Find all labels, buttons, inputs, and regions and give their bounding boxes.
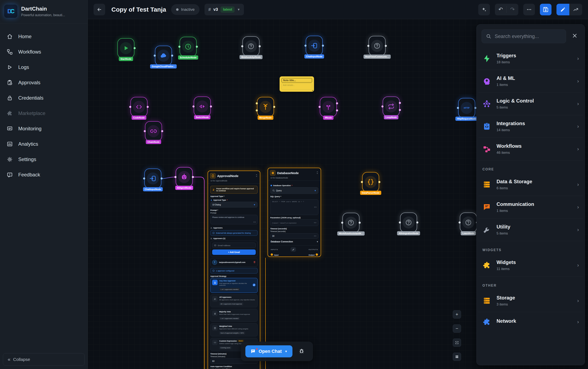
sidebar-item-marketplace[interactable]: Marketplace — [0, 106, 88, 121]
sidebar-item-workflows[interactable]: Workflows — [0, 44, 88, 60]
open-chat-button[interactable]: Open Chat ▼ — [245, 345, 292, 357]
sidebar-item-home[interactable]: Home — [0, 29, 88, 44]
output-handle[interactable] — [316, 253, 318, 256]
code-icon — [135, 103, 143, 111]
add-email-button[interactable]: + Add Email — [212, 249, 256, 255]
category-title: Widgets — [497, 259, 572, 265]
prompt-textarea[interactable]: Please review and approve to continue <> — [210, 215, 258, 224]
category-communication[interactable]: Communication1 items› — [478, 196, 583, 218]
sticky-note[interactable]: ◢ — [279, 76, 314, 92]
ai-assist-button[interactable] — [478, 4, 490, 15]
category-workflows[interactable]: Workflows46 items› — [478, 138, 583, 160]
strategy-all-approvers[interactable]: All ApproversAll approvers must approve,… — [210, 294, 258, 307]
back-button[interactable] — [94, 4, 105, 15]
workflow-node-codenode[interactable]: CodeNode — [130, 97, 148, 117]
ai-head-icon — [482, 77, 491, 85]
collapse-panel-icon[interactable] — [316, 171, 319, 175]
edit-mode-button[interactable] — [557, 4, 569, 15]
analytics-icon — [7, 141, 13, 147]
gear-icon — [7, 156, 13, 163]
workflow-node-mergenode[interactable]: MergeNode — [257, 97, 274, 117]
workflow-node-aiagentnode[interactable]: AIAgentNode — [176, 167, 193, 187]
workflow-node-startnode[interactable]: StartNode — [117, 38, 134, 58]
category-ai-ml[interactable]: AI & ML1 items› — [478, 70, 583, 92]
pencil-icon — [292, 248, 295, 251]
collapse-panel-icon[interactable] — [255, 174, 258, 178]
redo-button[interactable]: ↷ — [507, 4, 518, 15]
undo-button[interactable]: ↶ — [495, 4, 507, 15]
category-network[interactable]: Network› — [478, 312, 583, 332]
category-logic-control[interactable]: Logic & Control5 items› — [478, 92, 583, 115]
workflow-node-googlecloudplatfor-[interactable]: GoogleCloudPlatfor... — [155, 46, 172, 66]
database-connection-toggle[interactable]: Database Connection ▾ — [270, 239, 318, 243]
code-expression-icon[interactable]: <> — [314, 206, 317, 208]
sql-query-textarea[interactable]: SELECT * FROM users WHERE id = ? <> — [270, 199, 318, 215]
debug-button[interactable] — [299, 348, 304, 355]
status-dot — [176, 8, 179, 11]
note-details-input[interactable] — [281, 83, 312, 90]
workflow-node-realtimecommunic-[interactable]: RealTimeCommunic... — [369, 36, 386, 56]
sidebar-item-settings[interactable]: Settings — [0, 152, 88, 167]
resize-handle-icon[interactable]: ◢ — [312, 89, 313, 91]
zoom-in-button[interactable]: + — [453, 310, 461, 318]
more-options-button[interactable] — [523, 4, 535, 15]
strategy-any-one-approver[interactable]: Any One ApproverFirst approval or reject… — [210, 278, 258, 293]
workflow-node-webhookapinode[interactable]: WebhookApiNode — [242, 36, 259, 56]
save-button[interactable] — [540, 4, 551, 15]
category-storage[interactable]: Storage3 items› — [478, 289, 583, 312]
close-panel-button[interactable] — [569, 31, 580, 42]
workflow-node-chatinputnode[interactable]: ChatInputNode — [144, 169, 161, 188]
code-expression-icon[interactable]: <> — [253, 221, 256, 223]
grid-toggle-button[interactable] — [453, 353, 461, 361]
library-search-input[interactable] — [495, 33, 562, 39]
workflow-node-chatinputnode[interactable]: ChatInputNode — [306, 36, 323, 56]
brand-name: DartChain — [21, 6, 65, 12]
sidebar-item-approvals[interactable]: Approvals — [0, 75, 88, 90]
category-data-storage[interactable]: Data & Storage6 items› — [478, 173, 583, 196]
edit-io-button[interactable] — [290, 247, 296, 252]
delete-approver-button[interactable] — [253, 260, 256, 264]
code-expression-icon[interactable]: <> — [314, 222, 317, 224]
timeout-input[interactable]: <> — [270, 233, 318, 239]
version-selector[interactable]: # v3 latest ▼ — [205, 4, 244, 15]
category-integrations[interactable]: Integrations14 items› — [478, 115, 583, 138]
chevrons-left-icon: « — [8, 357, 10, 362]
sidebar-item-label: Monitoring — [18, 126, 41, 132]
sidebar-item-feedback[interactable]: Feedback — [0, 167, 88, 182]
workflow-node-chainnode[interactable]: ChainNode — [145, 121, 162, 141]
fit-view-button[interactable] — [453, 338, 461, 347]
category-triggers[interactable]: Triggers18 items› — [478, 47, 583, 70]
email-input[interactable]: Email Address — [212, 243, 256, 248]
db-operation-select[interactable]: Query ▼ — [270, 187, 318, 194]
approval-type-select[interactable]: UI Dialog ▼ — [210, 202, 258, 207]
sidebar-item-credentials[interactable]: Credentials — [0, 90, 88, 106]
node-label: WorkflowAssistantN... — [337, 231, 365, 236]
input-handle[interactable] — [271, 253, 273, 256]
scale-icon — [214, 327, 216, 329]
workflow-node-learnnode[interactable]: LearnNode — [460, 213, 477, 232]
activity-mode-button[interactable] — [569, 4, 582, 15]
collapse-sidebar-button[interactable]: « Collapse — [3, 353, 85, 366]
sidebar-item-logs[interactable]: Logs — [0, 60, 88, 75]
category-widgets[interactable]: Widgets11 items› — [478, 254, 583, 277]
code-expression-icon[interactable]: <> — [314, 235, 317, 237]
workflow-node-switchnode[interactable]: SwitchNode — [194, 96, 211, 116]
workflow-node-aiintegrationnode[interactable]: AIIntegrationNode — [400, 213, 417, 232]
sidebar-item-analytics[interactable]: Analytics — [0, 136, 88, 152]
zoom-out-button[interactable]: − — [453, 324, 461, 333]
params-input[interactable]: <> — [270, 219, 318, 226]
workflow-node-dataparsernode[interactable]: DataParserNode — [362, 172, 379, 192]
workflow-node-workflowassistantn-[interactable]: WorkflowAssistantN... — [342, 213, 359, 233]
category-title: Workflows — [497, 143, 572, 149]
workflow-node-httprequestnode[interactable]: HTTPHttpRequestNode — [458, 98, 475, 118]
sidebar-item-monitoring[interactable]: Monitoring — [0, 121, 88, 136]
workflow-node-loopnode[interactable]: LoopNode — [383, 96, 400, 116]
workflow-node-ifnode[interactable]: IfNode — [320, 97, 337, 117]
category-count: 3 items — [497, 302, 572, 307]
workflow-node-schedulernode[interactable]: SchedulerNode — [179, 37, 197, 57]
note-title-input[interactable] — [281, 78, 312, 82]
strategy-majority-vote[interactable]: Majority VoteMore than half of approvers… — [210, 309, 258, 322]
chat-bubble-icon — [250, 349, 256, 354]
category-utility[interactable]: Utility5 items› — [478, 218, 583, 241]
strategy-weighted-vote[interactable]: Weighted VoteApprovers have different vo… — [210, 323, 258, 336]
